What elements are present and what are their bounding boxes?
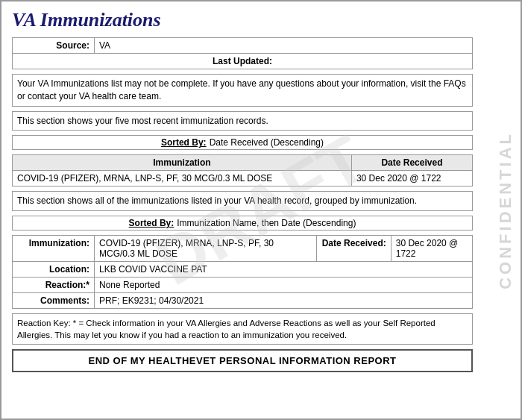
sorted-by-1-value: Date Received (Descending) bbox=[210, 137, 324, 148]
source-label: Source: bbox=[13, 38, 95, 54]
sorted-by-1-row: Sorted By: Date Received (Descending) bbox=[12, 135, 473, 150]
reaction-key-text: Reaction Key: * = Check information in y… bbox=[17, 319, 435, 339]
detail-comments-value: PRF; EK9231; 04/30/2021 bbox=[95, 293, 473, 309]
detail-reaction-row: Reaction:* None Reported bbox=[13, 278, 473, 293]
source-value: VA bbox=[95, 38, 473, 54]
detail-date-value: 30 Dec 2020 @ 1722 bbox=[391, 236, 472, 262]
sorted-by-2-value: Immunization Name, then Date (Descending… bbox=[177, 218, 356, 228]
source-table: Source: VA Last Updated: bbox=[12, 37, 473, 69]
recent-date-received: 30 Dec 2020 @ 1722 bbox=[351, 171, 472, 187]
page-title: VA Immunizations bbox=[12, 9, 473, 31]
detail-comments-label: Comments: bbox=[13, 293, 95, 309]
note1-box: Your VA Immunizations list may not be co… bbox=[12, 74, 473, 107]
end-footer: END OF MY HEALTHEVET PERSONAL INFORMATIO… bbox=[12, 349, 473, 372]
col-date-header: Date Received bbox=[351, 155, 472, 171]
sorted-by-2-row: Sorted By: Immunization Name, then Date … bbox=[12, 216, 473, 231]
detail-location-row: Location: LKB COVID VACCINE PAT bbox=[13, 262, 473, 278]
detail-location-value: LKB COVID VACCINE PAT bbox=[95, 262, 473, 278]
note1-text: Your VA Immunizations list may not be co… bbox=[17, 78, 466, 101]
detail-reaction-value: None Reported bbox=[95, 278, 473, 293]
reaction-key-box: Reaction Key: * = Check information in y… bbox=[12, 313, 473, 345]
detail-immunization-label: Immunization: bbox=[13, 236, 95, 262]
note2-text: This section shows your five most recent… bbox=[17, 116, 268, 126]
last-updated-label: Last Updated: bbox=[13, 54, 473, 69]
table-row: COVID-19 (PFIZER), MRNA, LNP-S, PF, 30 M… bbox=[13, 171, 473, 187]
recent-immunizations-table: Immunization Date Received COVID-19 (PFI… bbox=[12, 154, 473, 187]
detail-location-label: Location: bbox=[13, 262, 95, 278]
recent-immunization-name: COVID-19 (PFIZER), MRNA, LNP-S, PF, 30 M… bbox=[13, 171, 352, 187]
source-row: Source: VA bbox=[13, 38, 473, 54]
note3-text: This section shows all of the immunizati… bbox=[17, 195, 417, 206]
last-updated-row: Last Updated: bbox=[13, 54, 473, 69]
detail-immunization-row: Immunization: COVID-19 (PFIZER), MRNA, L… bbox=[13, 236, 473, 262]
note3-box: This section shows all of the immunizati… bbox=[12, 191, 473, 211]
sorted-by-2-label: Sorted By: bbox=[129, 218, 174, 228]
note2-box: This section shows your five most recent… bbox=[12, 111, 473, 131]
footer-text: END OF MY HEALTHEVET PERSONAL INFORMATIO… bbox=[88, 355, 396, 366]
detail-reaction-label: Reaction:* bbox=[13, 278, 95, 293]
detail-comments-row: Comments: PRF; EK9231; 04/30/2021 bbox=[13, 293, 473, 309]
detail-date-label: Date Received: bbox=[316, 236, 391, 262]
sorted-by-1-label: Sorted By: bbox=[161, 137, 207, 148]
recent-table-header: Immunization Date Received bbox=[13, 155, 473, 171]
detail-immunization-value: COVID-19 (PFIZER), MRNA, LNP-S, PF, 30 M… bbox=[95, 236, 317, 262]
col-immunization-header: Immunization bbox=[13, 155, 352, 171]
detail-table: Immunization: COVID-19 (PFIZER), MRNA, L… bbox=[12, 235, 473, 309]
